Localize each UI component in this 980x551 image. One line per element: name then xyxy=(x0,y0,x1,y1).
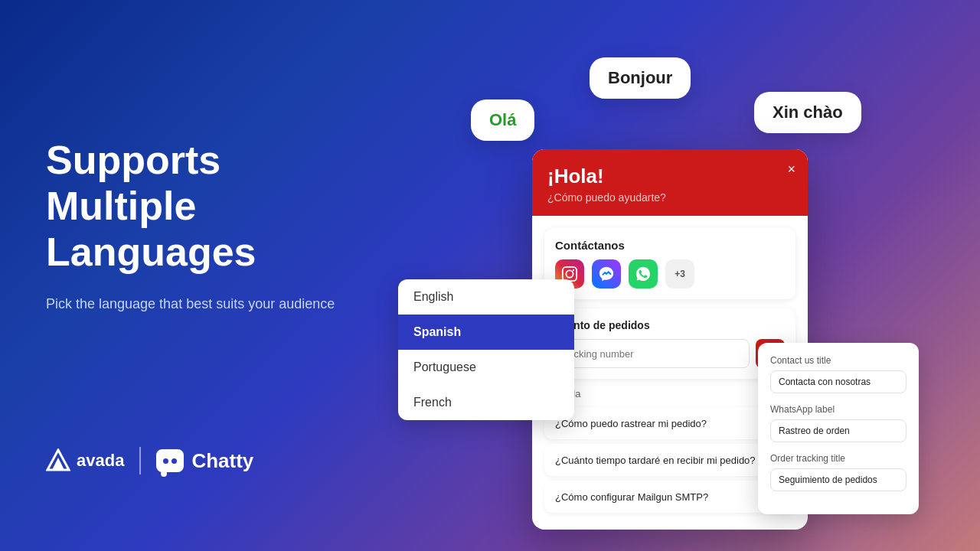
trans-label-whatsapp: WhatsApp label xyxy=(770,404,906,415)
branding-bar: avada Chatty xyxy=(46,447,337,474)
trans-input-contact[interactable] xyxy=(770,370,906,393)
brand-divider xyxy=(139,447,141,474)
headline-subtitle: Pick the language that best suits your a… xyxy=(46,293,337,315)
trans-field-whatsapp: WhatsApp label xyxy=(770,404,906,442)
messenger-icon[interactable] xyxy=(592,259,621,289)
contact-section: Contáctanos xyxy=(544,228,795,299)
chatty-dot-2 xyxy=(172,458,177,464)
close-button[interactable]: × xyxy=(787,161,795,178)
trans-field-contact: Contact us title xyxy=(770,355,906,393)
trans-input-order[interactable] xyxy=(770,468,906,491)
lang-item-spanish[interactable]: Spanish xyxy=(398,315,574,350)
svg-point-3 xyxy=(566,270,573,277)
speech-bubble-bonjour: Bonjour xyxy=(590,57,691,99)
more-icon[interactable]: +3 xyxy=(665,259,694,289)
chatty-logo: Chatty xyxy=(156,449,253,473)
tracking-title: miento de pedidos xyxy=(555,319,785,331)
language-dropdown: English Spanish Portuguese French xyxy=(398,279,574,420)
speech-bubble-xinchao: Xin chào xyxy=(754,92,861,133)
lang-item-english[interactable]: English xyxy=(398,279,574,315)
tracking-input[interactable] xyxy=(555,339,750,368)
trans-input-whatsapp[interactable] xyxy=(770,419,906,442)
main-headline: Supports Multiple Languages xyxy=(46,138,337,275)
trans-field-order: Order tracking title xyxy=(770,453,906,491)
tracking-input-row: → xyxy=(555,339,785,368)
trans-label-order: Order tracking title xyxy=(770,453,906,464)
speech-bubble-ola: Olá xyxy=(471,99,534,141)
chat-subtitle: ¿Cómo puedo ayudarte? xyxy=(547,191,792,204)
chatty-dots xyxy=(163,458,177,464)
contact-title: Contáctanos xyxy=(555,239,785,252)
translation-panel: Contact us title WhatsApp label Order tr… xyxy=(758,343,919,514)
contact-icons: +3 xyxy=(555,259,785,289)
trans-label-contact: Contact us title xyxy=(770,355,906,366)
svg-point-4 xyxy=(573,269,574,271)
chatty-dot-1 xyxy=(163,458,168,464)
headline-section: Supports Multiple Languages Pick the lan… xyxy=(46,138,337,315)
avada-logo: avada xyxy=(46,448,124,473)
left-panel: Supports Multiple Languages Pick the lan… xyxy=(0,0,383,551)
lang-item-french[interactable]: French xyxy=(398,385,574,420)
chat-greeting: ¡Hola! xyxy=(547,165,792,188)
avada-label: avada xyxy=(77,451,124,471)
avada-icon xyxy=(46,448,70,473)
lang-item-portuguese[interactable]: Portuguese xyxy=(398,350,574,385)
whatsapp-icon[interactable] xyxy=(629,259,658,289)
chat-header: ¡Hola! ¿Cómo puedo ayudarte? × xyxy=(532,149,808,216)
chatty-icon xyxy=(156,449,184,472)
chatty-label: Chatty xyxy=(191,449,253,473)
